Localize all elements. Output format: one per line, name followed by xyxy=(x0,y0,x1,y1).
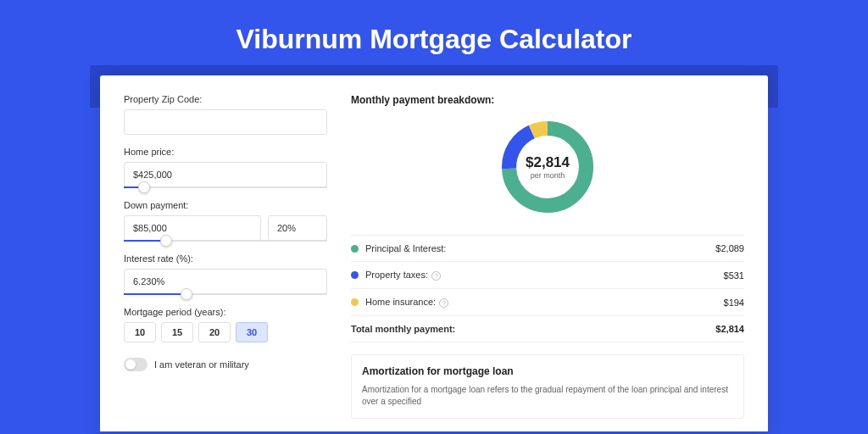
legend-name: Home insurance:? xyxy=(365,297,724,308)
rate-field: Interest rate (%): xyxy=(124,253,327,295)
price-slider-thumb[interactable] xyxy=(138,181,150,193)
rate-label: Interest rate (%): xyxy=(124,253,327,264)
donut-center: $2,814 per month xyxy=(526,154,570,180)
breakdown-panel: Monthly payment breakdown: $2,814 per mo… xyxy=(351,94,744,413)
calculator-card: Property Zip Code: Home price: Down paym… xyxy=(100,75,768,431)
info-icon[interactable]: ? xyxy=(439,298,448,308)
down-field: Down payment: xyxy=(124,200,327,242)
legend-dot xyxy=(351,298,359,306)
legend-row-principal: Principal & Interest: $2,089 xyxy=(351,236,744,262)
zip-field: Property Zip Code: xyxy=(124,94,327,135)
veteran-toggle[interactable] xyxy=(124,358,147,371)
down-pct-input[interactable] xyxy=(268,215,327,241)
price-slider[interactable] xyxy=(124,186,327,188)
breakdown-title: Monthly payment breakdown: xyxy=(351,94,744,106)
period-field: Mortgage period (years): 10 15 20 30 xyxy=(124,307,327,342)
down-slider[interactable] xyxy=(124,240,327,242)
period-btn-30[interactable]: 30 xyxy=(236,322,268,342)
donut-label: per month xyxy=(526,171,570,180)
legend-row-total: Total monthly payment: $2,814 xyxy=(351,316,744,342)
donut-chart: $2,814 per month xyxy=(497,116,598,218)
page-header: Viburnum Mortgage Calculator xyxy=(0,0,868,75)
legend-value: $194 xyxy=(724,298,744,308)
period-options: 10 15 20 30 xyxy=(124,322,327,342)
donut-value: $2,814 xyxy=(526,154,570,171)
price-label: Home price: xyxy=(124,147,327,157)
amortization-box: Amortization for mortgage loan Amortizat… xyxy=(351,354,744,419)
legend-name: Principal & Interest: xyxy=(365,243,715,253)
period-btn-10[interactable]: 10 xyxy=(124,322,156,342)
rate-slider[interactable] xyxy=(124,293,327,295)
legend-dot xyxy=(351,271,359,279)
legend-value: $531 xyxy=(724,270,744,281)
period-label: Mortgage period (years): xyxy=(124,307,327,317)
rate-slider-fill xyxy=(124,293,186,295)
amortization-title: Amortization for mortgage loan xyxy=(362,365,733,377)
legend-dot xyxy=(351,245,359,253)
veteran-label: I am veteran or military xyxy=(154,359,249,370)
info-icon[interactable]: ? xyxy=(431,271,441,281)
rate-slider-thumb[interactable] xyxy=(181,288,192,300)
down-amount-input[interactable] xyxy=(124,215,261,241)
inputs-panel: Property Zip Code: Home price: Down paym… xyxy=(124,94,327,413)
down-slider-thumb[interactable] xyxy=(160,235,172,247)
legend: Principal & Interest: $2,089 Property ta… xyxy=(351,235,744,342)
legend-row-taxes: Property taxes:? $531 xyxy=(351,262,744,289)
price-field: Home price: xyxy=(124,147,327,188)
period-btn-20[interactable]: 20 xyxy=(198,322,231,342)
price-input[interactable] xyxy=(124,162,327,187)
veteran-field: I am veteran or military xyxy=(124,358,327,371)
page-title: Viburnum Mortgage Calculator xyxy=(0,24,868,55)
legend-value: $2,089 xyxy=(715,243,744,253)
total-label: Total monthly payment: xyxy=(351,324,715,334)
legend-name: Property taxes:? xyxy=(365,270,724,281)
donut-chart-wrap: $2,814 per month xyxy=(351,116,744,218)
rate-input[interactable] xyxy=(124,269,327,294)
zip-label: Property Zip Code: xyxy=(124,94,327,104)
period-btn-15[interactable]: 15 xyxy=(161,322,193,342)
down-label: Down payment: xyxy=(124,200,327,210)
amortization-text: Amortization for a mortgage loan refers … xyxy=(362,384,733,408)
zip-input[interactable] xyxy=(124,109,327,135)
total-value: $2,814 xyxy=(715,324,744,334)
legend-row-insurance: Home insurance:? $194 xyxy=(351,289,744,316)
